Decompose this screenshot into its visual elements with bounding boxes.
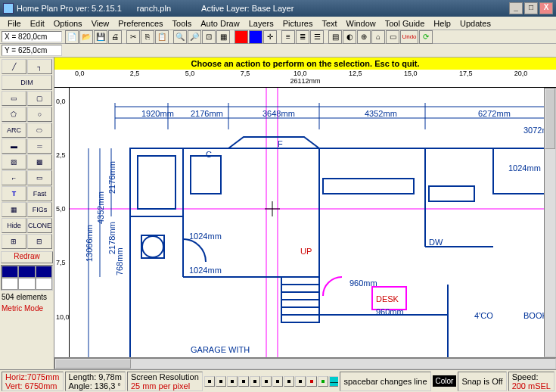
tool-rect2[interactable]: ▢ (27, 91, 52, 106)
tool-ellipse[interactable]: ⬭ (27, 123, 52, 138)
svg-rect-25 (429, 186, 474, 201)
tool-clone[interactable]: CLONE (27, 218, 52, 233)
menu-window[interactable]: Window (342, 17, 381, 30)
menu-pictures[interactable]: Pictures (278, 17, 318, 30)
tool-fast[interactable]: Fast (27, 186, 52, 201)
menu-updates[interactable]: Updates (455, 17, 495, 30)
status-snap: Snap is Off (458, 372, 506, 391)
tool-hide[interactable]: Hide (2, 218, 26, 233)
svg-text:C: C (206, 150, 212, 159)
svg-text:BOOKS: BOOKS (523, 311, 544, 320)
drawing-canvas[interactable]: 1920mm 2176mm 3648mm 4352mm 6272mm 3072n… (70, 88, 544, 357)
mask-icon[interactable]: ◐ (343, 30, 356, 44)
svg-point-21 (142, 236, 163, 257)
paste-icon[interactable]: 📋 (155, 30, 169, 44)
tool-text[interactable]: T (2, 186, 26, 201)
main-toolbar: 📄 📂 💾 🖨 ✂ ⎘ 📋 🔍 🔎 ⊡ ▦ ✛ ≡ ≣ ☰ ▤ ◐ ⊕ ⌂ ▭ … (62, 30, 556, 44)
menu-edit[interactable]: Edit (26, 17, 49, 30)
coord-y: Y = 625,0cm (2, 45, 62, 56)
svg-text:768mm: 768mm (115, 247, 124, 275)
svg-text:1024mm: 1024mm (189, 266, 222, 275)
coord-toolbar: X = 820,0cm 📄 📂 💾 🖨 ✂ ⎘ 📋 🔍 🔎 ⊡ ▦ ✛ ≡ ≣ … (0, 30, 556, 44)
menu-preferences[interactable]: Preferences (113, 17, 167, 30)
tool-figs[interactable]: FIGs (27, 202, 52, 217)
tool-circle[interactable]: ○ (27, 107, 52, 122)
tool-dim[interactable]: DIM (2, 75, 52, 90)
zoom-fit-icon[interactable]: ⊡ (202, 30, 216, 44)
menu-autodraw[interactable]: Auto Draw (196, 17, 244, 30)
tool-wall2[interactable]: ═ (27, 138, 52, 154)
color-blue-icon[interactable] (249, 30, 262, 44)
menu-file[interactable]: File (3, 17, 26, 30)
tool-rect[interactable]: ▭ (2, 91, 26, 106)
scrollbar-horizontal[interactable] (54, 357, 556, 369)
tool-misc1[interactable]: ⊞ (2, 234, 26, 249)
coord-x: X = 820,0cm (2, 31, 62, 42)
grid-icon[interactable]: ▦ (216, 30, 230, 44)
selection-hint-bar: Choose an action to perform on the selec… (54, 58, 556, 70)
undo-button[interactable]: Undo (400, 30, 418, 44)
block-icon[interactable]: ▭ (386, 30, 399, 44)
svg-text:1024mm: 1024mm (189, 232, 222, 241)
status-bar: Horiz:7075mm Vert: 6750mm Length: 9,78m … (0, 369, 556, 392)
tool-misc2[interactable]: ⊟ (27, 234, 52, 249)
redraw-button[interactable]: Redraw (1, 251, 53, 263)
status-length-angle: Length: 9,78m Angle: 136,3 ° (65, 372, 126, 391)
elev-icon[interactable]: ⌂ (371, 30, 385, 44)
tool-poly[interactable]: ⬠ (2, 107, 26, 122)
color-swatches[interactable] (1, 265, 53, 291)
merge-icon[interactable]: ⊕ (357, 30, 371, 44)
svg-text:960mm: 960mm (376, 307, 404, 316)
zoom-in-icon[interactable]: 🔍 (173, 30, 187, 44)
minimize-button[interactable]: _ (509, 2, 523, 14)
copy-icon[interactable]: ⎘ (141, 30, 154, 44)
svg-rect-24 (323, 179, 414, 194)
redo-swirl-icon[interactable]: ⟳ (419, 30, 433, 44)
ruler-vertical: 0,0 2,5 5,0 7,5 10,0 (54, 88, 70, 357)
svg-rect-20 (138, 156, 175, 209)
tool-window[interactable]: ▭ (27, 170, 52, 185)
status-horiz-vert: Horiz:7075mm Vert: 6750mm (2, 372, 64, 391)
status-speed: Speed: 200 mSEL (508, 372, 554, 391)
open-icon[interactable]: 📂 (79, 30, 93, 44)
save-icon[interactable]: 💾 (94, 30, 107, 44)
align-right-icon[interactable]: ☰ (310, 30, 324, 44)
tool-grid2[interactable]: ▦ (2, 202, 26, 217)
tool-fill[interactable]: ▩ (27, 154, 52, 170)
tool-wall[interactable]: ▬ (2, 138, 26, 154)
snap-dot-buttons[interactable]: — (204, 376, 339, 387)
svg-text:GARAGE WITH: GARAGE WITH (191, 345, 250, 354)
menu-text[interactable]: Text (317, 17, 341, 30)
close-button[interactable]: X (539, 2, 553, 14)
menu-toolguide[interactable]: Tool Guide (381, 17, 430, 30)
new-icon[interactable]: 📄 (65, 30, 79, 44)
scrollbar-vertical[interactable] (544, 88, 556, 357)
print-icon[interactable]: 🖨 (108, 30, 122, 44)
tool-door[interactable]: ⌐ (2, 170, 26, 185)
file-name: ranch.pln (137, 4, 171, 13)
tool-hatch[interactable]: ▨ (2, 154, 26, 170)
tool-ortho[interactable]: ┐ (27, 59, 52, 74)
floorplan-svg: 1920mm 2176mm 3648mm 4352mm 6272mm 3072n… (70, 88, 544, 357)
app-icon (3, 3, 14, 14)
menu-help[interactable]: Help (429, 17, 455, 30)
menu-options[interactable]: Options (49, 17, 87, 30)
layer-icon[interactable]: ▤ (328, 30, 342, 44)
status-resolution: Screen Resolution 25 mm per pixel (127, 372, 203, 391)
color-button[interactable]: Color (433, 375, 457, 387)
tool-line[interactable]: ╱ (2, 59, 26, 74)
cut-icon[interactable]: ✂ (126, 30, 140, 44)
svg-text:960mm: 960mm (349, 278, 377, 288)
menu-view[interactable]: View (87, 17, 114, 30)
menu-tools[interactable]: Tools (168, 17, 197, 30)
crosshair-icon[interactable]: ✛ (263, 30, 277, 44)
tool-arc[interactable]: ARC (2, 123, 26, 138)
color-red-icon[interactable] (235, 30, 248, 44)
align-left-icon[interactable]: ≡ (281, 30, 295, 44)
svg-text:UP: UP (300, 247, 312, 256)
maximize-button[interactable]: □ (524, 2, 538, 14)
align-center-icon[interactable]: ≣ (296, 30, 309, 44)
zoom-out-icon[interactable]: 🔎 (188, 30, 201, 44)
element-count: 504 elements (0, 291, 54, 303)
menu-layers[interactable]: Layers (244, 17, 278, 30)
